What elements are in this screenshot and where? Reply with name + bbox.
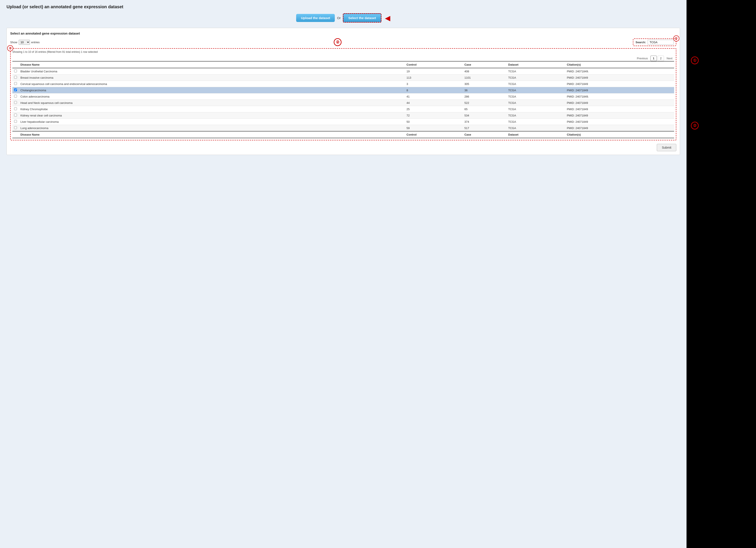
right-panel: ① ②: [687, 0, 756, 548]
search-input[interactable]: [648, 40, 674, 45]
cell-case: 36: [463, 87, 507, 93]
cell-citations: PMID: 24071849: [565, 81, 674, 87]
cell-citations: PMID: 24071849: [565, 100, 674, 106]
page-title: Upload (or select) an annotated gene exp…: [7, 4, 680, 9]
col-header-dataset: Dataset: [507, 61, 565, 68]
table-row[interactable]: Lung adenocarcinoma59517TCGAPMID: 240718…: [12, 125, 674, 131]
cell-citations: PMID: 24071849: [565, 74, 674, 81]
row-checkbox[interactable]: [14, 126, 17, 129]
right-annotation-1: ①: [691, 56, 699, 64]
entries-select[interactable]: 10 25 50 100: [19, 40, 30, 45]
pagination-page2-btn[interactable]: 2: [658, 56, 664, 61]
col-footer-dataset: Dataset: [507, 131, 565, 138]
cell-disease: Cervical squamous cell carcinoma and end…: [19, 81, 405, 87]
cell-case: 305: [463, 81, 507, 87]
cell-dataset: TCGA: [507, 112, 565, 119]
data-table: Disease Name Control Case Dataset Citati…: [12, 61, 674, 138]
pagination-next-btn[interactable]: Next: [665, 56, 674, 61]
cell-case: 408: [463, 68, 507, 74]
top-buttons-row: Upload the dataset Or Select the dataset…: [7, 13, 680, 23]
submit-button[interactable]: Submit: [657, 144, 676, 151]
pagination-previous-btn[interactable]: Previous: [635, 56, 650, 61]
annotation-2-table-circle: ②: [7, 45, 13, 51]
row-checkbox[interactable]: [14, 69, 17, 72]
pagination-top: Previous 1 2 Next: [12, 56, 674, 61]
pagination-page1-btn[interactable]: 1: [650, 56, 657, 61]
cell-case: 374: [463, 119, 507, 125]
cell-case: 65: [463, 106, 507, 112]
table-info: Showing 1 to 10 of 16 entries (filtered …: [12, 50, 674, 53]
table-row[interactable]: Cervical squamous cell carcinoma and end…: [12, 81, 674, 87]
cell-dataset: TCGA: [507, 93, 565, 100]
cell-disease: Bladder Urothelial Carcinoma: [19, 68, 405, 74]
cell-control: 8: [405, 87, 463, 93]
cell-disease: Lung adenocarcinoma: [19, 125, 405, 131]
col-footer-disease: Disease Name: [19, 131, 405, 138]
table-row[interactable]: Head and Neck squamous cell carcinoma445…: [12, 100, 674, 106]
select-dataset-button[interactable]: Select the dataset: [343, 13, 381, 23]
cell-control: 113: [405, 74, 463, 81]
cell-control: 59: [405, 125, 463, 131]
table-row[interactable]: Cholangiocarcinoma836TCGAPMID: 24071849: [12, 87, 674, 93]
search-label: Search:: [636, 41, 646, 44]
submit-row: Submit: [10, 144, 676, 151]
cell-citations: PMID: 24071849.: [565, 93, 674, 100]
col-header-disease: Disease Name: [19, 61, 405, 68]
show-label: Show: [10, 41, 17, 44]
cell-dataset: TCGA: [507, 68, 565, 74]
cell-case: 522: [463, 100, 507, 106]
row-checkbox[interactable]: [14, 82, 17, 85]
cell-citations: PMID: 24071849: [565, 106, 674, 112]
right-annotation-2: ②: [691, 122, 699, 129]
cell-control: 3: [405, 81, 463, 87]
cell-disease: Kidney renal clear cell carcinoma: [19, 112, 405, 119]
cell-citations: PMID: 24071849: [565, 125, 674, 131]
table-row[interactable]: Bladder Urothelial Carcinoma19408TCGAPMI…: [12, 68, 674, 74]
col-header-control: Control: [405, 61, 463, 68]
cell-case: 1101: [463, 74, 507, 81]
col-footer-citations: Citation(s): [565, 131, 674, 138]
cell-control: 44: [405, 100, 463, 106]
cell-dataset: TCGA: [507, 100, 565, 106]
dataset-panel-title: Select an annotated gene expression data…: [10, 31, 676, 35]
cell-citations: PMID: 24071849: [565, 112, 674, 119]
table-row[interactable]: Kidney Chromophobe2565TCGAPMID: 24071849: [12, 106, 674, 112]
dataset-panel: Select an annotated gene expression data…: [7, 28, 680, 155]
cell-control: 19: [405, 68, 463, 74]
row-checkbox[interactable]: [14, 120, 17, 123]
annotation-1-circle: ①: [673, 35, 679, 41]
cell-dataset: TCGA: [507, 74, 565, 81]
cell-citations: PMID: 24071849.: [565, 68, 674, 74]
row-checkbox[interactable]: [14, 88, 17, 91]
cell-disease: Colon adenocarcinoma: [19, 93, 405, 100]
annotation-2-circle: ②: [334, 38, 342, 46]
cell-control: 41: [405, 93, 463, 100]
cell-disease: Breast invasive carcinoma: [19, 74, 405, 81]
row-checkbox[interactable]: [14, 101, 17, 104]
cell-disease: Liver hepatocellular carcinoma: [19, 119, 405, 125]
table-row[interactable]: Liver hepatocellular carcinoma50374TCGAP…: [12, 119, 674, 125]
entries-label: entries: [31, 41, 40, 44]
cell-dataset: TCGA: [507, 106, 565, 112]
col-header-citations: Citation(s): [565, 61, 674, 68]
table-container: ② Showing 1 to 10 of 16 entries (filtere…: [10, 48, 676, 140]
upload-button[interactable]: Upload the dataset: [296, 14, 335, 22]
or-text: Or: [337, 16, 341, 20]
cell-dataset: TCGA: [507, 119, 565, 125]
cell-disease: Head and Neck squamous cell carcinoma: [19, 100, 405, 106]
table-row[interactable]: Breast invasive carcinoma1131101TCGAPMID…: [12, 74, 674, 81]
cell-citations: PMID: 24071849: [565, 87, 674, 93]
row-checkbox[interactable]: [14, 76, 17, 79]
arrow-right-icon: ◀: [385, 14, 390, 22]
table-row[interactable]: Colon adenocarcinoma41286TCGAPMID: 24071…: [12, 93, 674, 100]
col-footer-case: Case: [463, 131, 507, 138]
table-row[interactable]: Kidney renal clear cell carcinoma72534TC…: [12, 112, 674, 119]
cell-case: 286: [463, 93, 507, 100]
row-checkbox[interactable]: [14, 95, 17, 98]
cell-disease: Cholangiocarcinoma: [19, 87, 405, 93]
row-checkbox[interactable]: [14, 107, 17, 110]
cell-disease: Kidney Chromophobe: [19, 106, 405, 112]
cell-control: 25: [405, 106, 463, 112]
row-checkbox[interactable]: [14, 114, 17, 116]
cell-dataset: TCGA: [507, 125, 565, 131]
